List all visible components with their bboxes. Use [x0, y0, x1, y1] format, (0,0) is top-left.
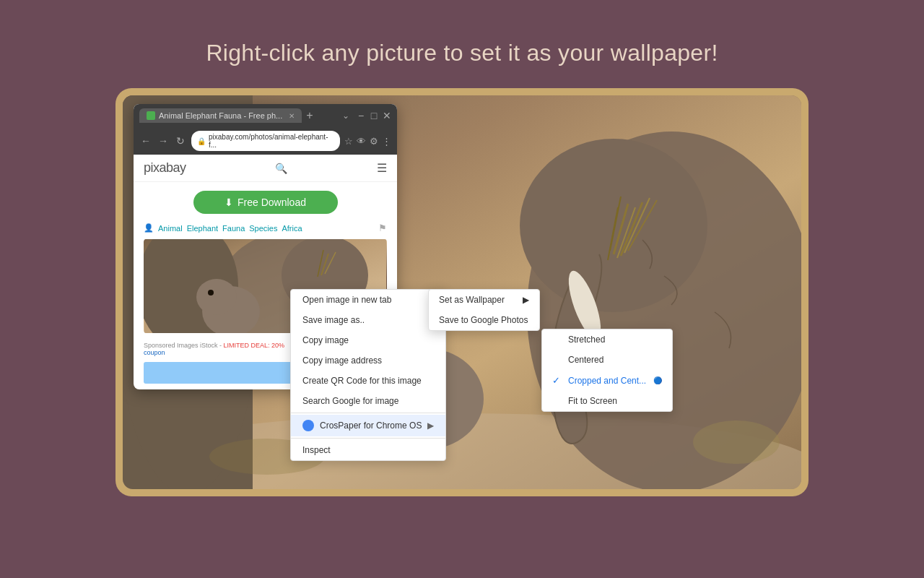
tab-favicon — [147, 111, 155, 120]
ctx-search-google[interactable]: Search Google for image — [291, 391, 445, 411]
svg-point-25 — [196, 279, 237, 315]
screenshot-inner: Animal Elephant Fauna - Free ph... ✕ + ⌄… — [123, 95, 801, 489]
forward-button[interactable]: → — [157, 135, 170, 147]
ctx-copy-address[interactable]: Copy image address — [291, 350, 445, 371]
extension-icon[interactable]: ⚙ — [370, 136, 378, 147]
wallpaper-submenu: Stretched Centered ✓ Cropped and Cent...… — [541, 329, 673, 412]
screenshot-frame: Animal Elephant Fauna - Free ph... ✕ + ⌄… — [116, 88, 808, 496]
lock-icon: 🔒 — [197, 137, 206, 145]
sponsored-label: Sponsored Images iStock - — [144, 342, 224, 349]
browser-titlebar: Animal Elephant Fauna - Free ph... ✕ + ⌄… — [134, 104, 397, 127]
ctx-copy-image-label: Copy image — [302, 335, 349, 345]
tab-area: Animal Elephant Fauna - Free ph... ✕ + — [139, 108, 338, 123]
window-controls: − □ ✕ — [357, 111, 391, 120]
submenu-fit-screen-label: Fit to Screen — [568, 396, 617, 406]
tag-fauna[interactable]: Fauna — [222, 224, 245, 233]
ctx-open-new-tab[interactable]: Open image in new tab — [291, 290, 445, 310]
submenu-set-wallpaper-arrow: ▶ — [523, 295, 529, 305]
download-arrow-icon: ⬇ — [225, 197, 233, 208]
submenu-set-wallpaper-label: Set as Wallpaper — [439, 295, 505, 305]
address-bar[interactable]: 🔒 pixabay.com/photos/animal-elephant-f..… — [191, 131, 340, 151]
context-menu: Open image in new tab Save image as.. Co… — [290, 289, 446, 461]
tag-species[interactable]: Species — [249, 224, 277, 233]
crospaper-submenu: Set as Wallpaper ▶ Save to Google Photos — [428, 289, 540, 331]
submenu-stretched-label: Stretched — [568, 335, 605, 345]
tab-title: Animal Elephant Fauna - Free ph... — [159, 111, 282, 120]
maximize-button[interactable]: □ — [370, 111, 378, 120]
ctx-qr-code[interactable]: Create QR Code for this image — [291, 371, 445, 391]
pixabay-search-icon[interactable]: 🔍 — [275, 163, 287, 174]
back-button[interactable]: ← — [139, 135, 152, 147]
submenu-centered-label: Centered — [568, 355, 603, 365]
ctx-inspect-label: Inspect — [302, 445, 331, 455]
submenu-set-wallpaper[interactable]: Set as Wallpaper ▶ — [429, 290, 539, 310]
tag-elephant[interactable]: Elephant — [187, 224, 218, 233]
svg-point-18 — [693, 420, 780, 464]
eye-icon[interactable]: 👁 — [357, 136, 366, 147]
free-download-button[interactable]: ⬇ Free Download — [193, 191, 338, 214]
pixabay-header: pixabay 🔍 ☰ — [134, 155, 397, 182]
pixabay-menu-icon[interactable]: ☰ — [377, 161, 387, 175]
pixabay-logo-text: pixabay — [144, 160, 186, 175]
ctx-copy-image[interactable]: Copy image — [291, 330, 445, 350]
ctx-divider-2 — [291, 438, 445, 439]
submenu-cropped[interactable]: ✓ Cropped and Cent... 🔵 — [542, 370, 672, 391]
submenu-centered[interactable]: Centered — [542, 350, 672, 370]
tag-animal[interactable]: Animal — [158, 224, 183, 233]
refresh-button[interactable]: ↻ — [174, 135, 187, 147]
ctx-search-google-label: Search Google for image — [302, 396, 398, 406]
bookmark-star-icon[interactable]: ☆ — [344, 136, 353, 147]
ctx-crospaper-label: CrosPaper for Chrome OS — [320, 420, 422, 431]
tag-africa[interactable]: Africa — [282, 224, 302, 233]
user-icon: 👤 — [144, 223, 154, 233]
minimize-button[interactable]: − — [357, 111, 365, 120]
submenu-fit-screen[interactable]: Fit to Screen — [542, 391, 672, 411]
cropped-badge: 🔵 — [653, 376, 662, 384]
ctx-crospaper-arrow: ▶ — [427, 420, 434, 431]
coupon-link[interactable]: coupon — [144, 349, 165, 356]
ctx-crospaper[interactable]: CrosPaper for Chrome OS ▶ — [291, 415, 445, 436]
close-button[interactable]: ✕ — [383, 111, 391, 120]
cropped-checkmark: ✓ — [552, 375, 564, 386]
ctx-divider-1 — [291, 413, 445, 413]
submenu-stretched[interactable]: Stretched — [542, 329, 672, 350]
submenu-save-photos[interactable]: Save to Google Photos — [429, 310, 539, 330]
tab-close-button[interactable]: ✕ — [289, 112, 295, 120]
ctx-inspect[interactable]: Inspect — [291, 440, 445, 460]
svg-point-26 — [208, 290, 214, 296]
tags-row: 👤 Animal Elephant Fauna Species Africa ⚑ — [134, 220, 397, 239]
browser-toolbar: ← → ↻ 🔒 pixabay.com/photos/animal-elepha… — [134, 127, 397, 155]
download-button-label: Free Download — [237, 197, 306, 208]
bookmark-icon[interactable]: ⚑ — [378, 223, 387, 233]
toolbar-icons: ☆ 👁 ⚙ ⋮ — [344, 136, 391, 147]
ctx-copy-address-label: Copy image address — [302, 355, 382, 366]
ctx-save-image-label: Save image as.. — [302, 315, 365, 325]
url-text: pixabay.com/photos/animal-elephant-f... — [209, 133, 334, 149]
sponsored-link[interactable]: LIMITED DEAL: 20% — [224, 342, 285, 349]
ctx-open-new-tab-label: Open image in new tab — [302, 295, 391, 305]
pixabay-logo: pixabay — [144, 160, 186, 176]
new-tab-button[interactable]: + — [306, 109, 313, 122]
submenu-save-photos-label: Save to Google Photos — [439, 315, 528, 325]
search-bar-area: 🔍 — [275, 163, 287, 174]
browser-tab[interactable]: Animal Elephant Fauna - Free ph... ✕ — [139, 108, 302, 123]
submenu-cropped-label: Cropped and Cent... — [568, 376, 646, 386]
ctx-save-image[interactable]: Save image as.. — [291, 310, 445, 330]
more-icon[interactable]: ⋮ — [382, 136, 391, 147]
download-section: ⬇ Free Download — [134, 182, 397, 220]
svg-point-3 — [520, 139, 707, 312]
crospaper-icon — [302, 420, 314, 431]
tab-dropdown-icon[interactable]: ⌄ — [342, 111, 349, 121]
headline: Right-click any picture to set it as you… — [206, 40, 718, 66]
ctx-qr-code-label: Create QR Code for this image — [302, 376, 422, 386]
